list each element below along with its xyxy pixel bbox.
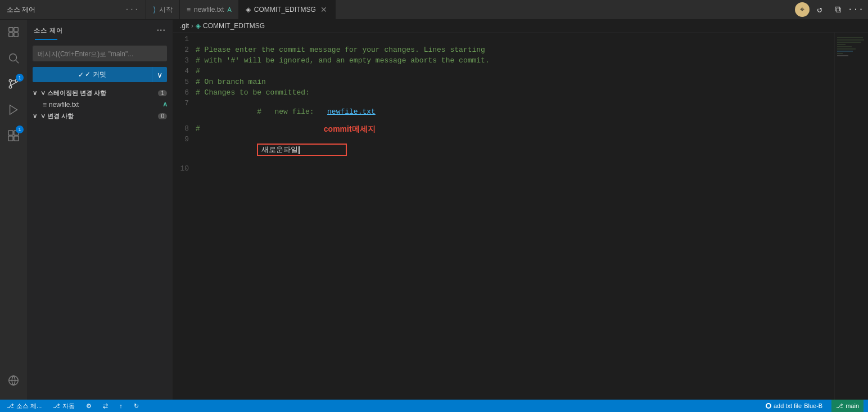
git-dot-icon (766, 403, 771, 409)
code-line-9: 9 새로운파일 (173, 135, 834, 164)
main-branch-label: main (846, 402, 859, 409)
tab-start[interactable]: ⟩ 시작 (146, 0, 180, 19)
code-editor[interactable]: 1 2 # Please enter the commit message fo… (173, 33, 834, 400)
changes-count-badge: 0 (158, 113, 167, 119)
svg-point-6 (9, 79, 12, 82)
status-git-dot[interactable]: add txt file Blue-B (763, 402, 825, 409)
staged-filename: newfile.txt (49, 101, 79, 109)
breadcrumb-git-icon: ◈ (196, 22, 201, 30)
sidebar-more-top[interactable]: ··· (125, 5, 139, 14)
svg-point-4 (10, 54, 17, 61)
sidebar: 소스 제어 ··· ✓ ✓ 커밋 ∨ ∨ (27, 20, 173, 400)
source-control-status-label: 소스 제... (16, 402, 42, 410)
commit-file-icon: ◈ (246, 6, 251, 14)
status-auto[interactable]: ⎇ 자동 (51, 402, 77, 410)
status-settings[interactable]: ⚙ (84, 402, 94, 410)
line-num-7: 7 (173, 99, 196, 108)
svg-rect-2 (9, 33, 13, 37)
minimap (834, 33, 868, 400)
line-content-3: # with '#' will be ignored, and an empty… (196, 56, 490, 65)
tab-close-commit[interactable]: ✕ (319, 5, 328, 14)
staged-count-badge: 1 (158, 90, 167, 96)
refresh-icon: ↻ (134, 402, 139, 410)
svg-rect-12 (8, 136, 13, 141)
activity-bar: 1 1 (0, 20, 27, 400)
checkmark-icon: ✓ (78, 71, 84, 79)
sidebar-item-remote[interactable] (6, 373, 21, 388)
svg-rect-1 (14, 28, 18, 32)
file-icon: ≡ (187, 6, 191, 14)
sidebar-item-extensions[interactable]: 1 (6, 128, 21, 144)
status-bar: ⎇ 소스 제... ⎇ 자동 ⚙ ⇄ ↑ ↻ add txt f (0, 400, 868, 412)
tab-bar: 소스 제어 ··· ⟩ 시작 ≡ newfile.txt A ◈ COMMIT_… (0, 0, 868, 20)
line-num-5: 5 (173, 78, 196, 86)
cursor-icon[interactable]: ⌖ (795, 2, 810, 17)
code-line-6: 6 # Changes to be committed: (173, 88, 834, 99)
staged-chevron-icon: ∨ (33, 89, 37, 97)
source-control-section: ✓ ✓ 커밋 ∨ (27, 41, 173, 87)
sidebar-item-source-control[interactable]: 1 (6, 76, 21, 92)
undo-icon[interactable]: ↺ (812, 2, 828, 17)
commit-message-input[interactable] (33, 46, 167, 61)
commit-button[interactable]: ✓ ✓ 커밋 (33, 67, 152, 82)
sidebar-section-title: 소스 제어 (34, 26, 63, 35)
editor-main: 1 2 # Please enter the commit message fo… (173, 33, 868, 400)
publish-icon: ↑ (119, 402, 123, 409)
status-source-control[interactable]: ⎇ 소스 제... (4, 402, 44, 410)
changes-section[interactable]: ∨ ∨ 변경 사항 0 (27, 110, 173, 123)
commit-dropdown-button[interactable]: ∨ (152, 67, 167, 82)
svg-rect-13 (14, 136, 19, 141)
file-type-icon: ≡ (43, 101, 47, 109)
auto-label: 자동 (62, 402, 75, 410)
changes-section-title: ∨ ∨ 변경 사항 (33, 112, 74, 120)
status-refresh[interactable]: ↻ (132, 402, 141, 410)
status-branch[interactable]: ⎇ main (831, 400, 864, 412)
tabs-container: 소스 제어 ··· ⟩ 시작 ≡ newfile.txt A ◈ COMMIT_… (0, 0, 336, 19)
more-tabs-icon[interactable]: ··· (848, 2, 864, 17)
line-num-6: 6 (173, 88, 196, 97)
tab-commit-label: COMMIT_EDITMSG (254, 6, 316, 14)
status-bar-left: ⎇ 소스 제... ⎇ 자동 ⚙ ⇄ ↑ ↻ (4, 402, 141, 410)
line-num-4: 4 (173, 67, 196, 75)
staged-file-newfile[interactable]: ≡ newfile.txt A (27, 100, 173, 110)
breadcrumb-file-label: COMMIT_EDITMSG (203, 22, 265, 30)
status-publish[interactable]: ↑ (117, 402, 125, 409)
commit-button-row: ✓ ✓ 커밋 ∨ (33, 67, 167, 82)
sidebar-title-top: 소스 제어 (7, 5, 35, 15)
line-content-6: # Changes to be committed: (196, 88, 310, 97)
vscode-icon: ⟩ (153, 5, 156, 14)
split-editor-icon[interactable]: ⧉ (830, 2, 846, 17)
line-content-4: # (196, 67, 200, 75)
svg-point-8 (9, 86, 12, 88)
sidebar-item-search[interactable] (6, 50, 21, 66)
svg-rect-0 (9, 28, 13, 32)
sidebar-more-button[interactable]: ··· (157, 25, 166, 35)
git-dot-branch-label: Blue-B (804, 402, 822, 409)
svg-line-5 (16, 60, 19, 63)
line-content-2: # Please enter the commit message for yo… (196, 46, 485, 54)
status-sync[interactable]: ⇄ (101, 402, 110, 410)
source-control-status-icon: ⎇ (7, 402, 14, 410)
breadcrumb-sep-icon: › (191, 22, 193, 30)
tab-commit-editmsg[interactable]: ◈ COMMIT_EDITMSG ✕ (239, 0, 336, 19)
settings-icon: ⚙ (86, 402, 92, 410)
sidebar-item-run[interactable] (6, 102, 21, 118)
tab-start-label: 시작 (159, 5, 173, 15)
svg-marker-9 (10, 105, 17, 115)
line-num-2: 2 (173, 46, 196, 54)
svg-rect-3 (14, 33, 18, 37)
staged-changes-section[interactable]: ∨ ∨ 스테이징된 변경 사항 1 (27, 87, 173, 100)
breadcrumb: .git › ◈ COMMIT_EDITMSG (173, 20, 868, 33)
commit-msg-annotation: commit메세지 (324, 124, 376, 135)
tab-newfile[interactable]: ≡ newfile.txt A (180, 0, 239, 19)
staged-section-title: ∨ ∨ 스테이징된 변경 사항 (33, 89, 106, 97)
commit-message-text-box: 새로운파일 (257, 144, 347, 156)
sidebar-item-explorer[interactable] (6, 24, 21, 40)
code-line-10: 10 (173, 164, 834, 175)
line-num-8: 8 (173, 124, 196, 133)
code-line-4: 4 # (173, 67, 834, 78)
code-line-8: 8 # commit메세지 (173, 124, 834, 135)
line-content-8: # (196, 124, 200, 133)
staged-file-status-badge: A (163, 101, 167, 108)
code-line-1: 1 (173, 35, 834, 46)
